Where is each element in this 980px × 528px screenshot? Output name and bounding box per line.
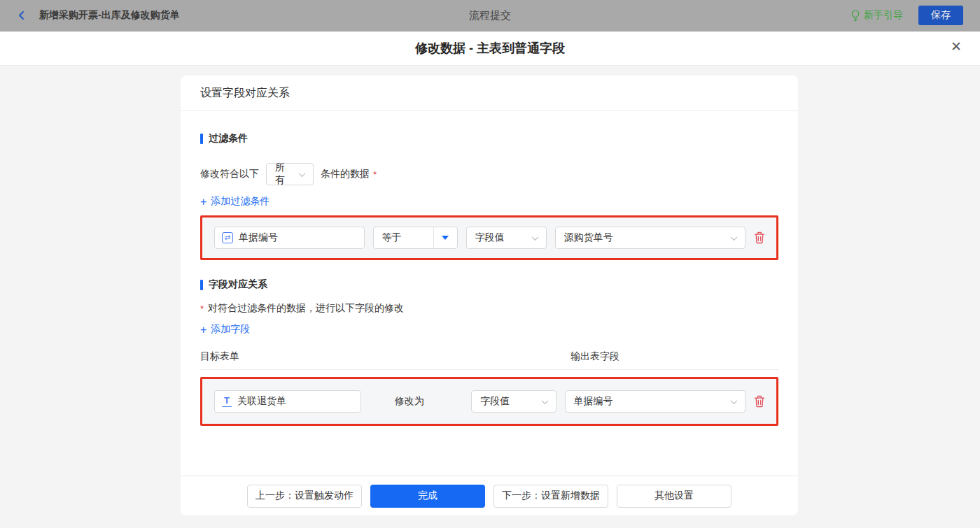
- delete-condition-button[interactable]: [754, 231, 765, 244]
- filter-match-row: 修改符合以下 所有 条件的数据 *: [200, 163, 778, 185]
- match-mode-value: 所有: [275, 162, 294, 187]
- plus-icon: +: [200, 196, 206, 208]
- delete-mapping-button[interactable]: [754, 395, 765, 408]
- chevron-down-icon: [531, 234, 538, 241]
- mapping-note-row: * 对符合过滤条件的数据，进行以下字段的修改: [200, 302, 778, 315]
- guide-label: 新手引导: [864, 9, 903, 22]
- chevron-down-icon: [299, 170, 306, 177]
- mapping-value-type-value: 字段值: [480, 395, 510, 408]
- filter-section-title: 过滤条件: [200, 132, 778, 145]
- modal-title: 修改数据 - 主表到普通字段: [415, 40, 565, 57]
- operator-select[interactable]: 等于: [373, 227, 458, 249]
- filter-condition-row: ⇄ 单据编号 等于 字段值 源购货单号: [202, 217, 776, 258]
- chevron-down-icon: [731, 397, 738, 404]
- chevron-left-icon: [17, 10, 27, 20]
- back-button[interactable]: [17, 10, 27, 20]
- card-header: 设置字段对应关系: [181, 76, 798, 111]
- required-mark: *: [200, 304, 204, 314]
- next-step-button[interactable]: 下一步：设置新增数据: [493, 485, 608, 508]
- caret-down-icon: [442, 236, 449, 240]
- card-content: 过滤条件 修改符合以下 所有 条件的数据 * + 添加过滤条件 ⇄: [181, 132, 798, 426]
- filter-section-label: 过滤条件: [209, 132, 248, 145]
- trash-icon: [754, 395, 765, 408]
- text-field-icon: T: [222, 396, 232, 407]
- topbar: 新增采购开票-出库及修改购货单 流程提交 新手引导 保存: [0, 0, 980, 31]
- trash-icon: [754, 231, 765, 244]
- beginner-guide-link[interactable]: 新手引导: [850, 9, 903, 22]
- target-form-column-header: 目标表单: [200, 350, 239, 363]
- value-type-select[interactable]: 字段值: [466, 227, 547, 249]
- plus-icon: +: [200, 324, 206, 336]
- chevron-down-icon: [541, 397, 548, 404]
- close-icon[interactable]: ✕: [951, 40, 962, 53]
- output-field-column-header: 输出表字段: [570, 350, 620, 363]
- prev-step-button[interactable]: 上一步：设置触发动作: [247, 485, 362, 508]
- mapping-value-select[interactable]: 单据编号: [565, 390, 746, 413]
- other-settings-button[interactable]: 其他设置: [617, 485, 732, 508]
- compare-value: 源购货单号: [564, 231, 613, 244]
- add-field-link[interactable]: + 添加字段: [200, 323, 250, 336]
- match-mode-select[interactable]: 所有: [266, 163, 314, 185]
- workflow-title: 新增采购开票-出库及修改购货单: [39, 9, 180, 22]
- mapping-value: 单据编号: [574, 395, 613, 408]
- mapping-section-label: 字段对应关系: [209, 278, 267, 291]
- mapping-row: T 关联退货单 修改为 字段值 单据编号: [202, 379, 776, 424]
- operator-dropdown-button[interactable]: [433, 227, 457, 248]
- mapping-value-type-select[interactable]: 字段值: [471, 390, 556, 413]
- compare-value-select[interactable]: 源购货单号: [555, 227, 746, 249]
- card-footer: 上一步：设置触发动作 完成 下一步：设置新增数据 其他设置: [181, 476, 798, 515]
- modify-to-label: 修改为: [395, 395, 428, 408]
- mapping-table-headers: 目标表单 输出表字段: [200, 348, 778, 370]
- add-field-label: 添加字段: [211, 323, 250, 336]
- chevron-down-icon: [731, 234, 738, 241]
- filter-condition-annotation-box: ⇄ 单据编号 等于 字段值 源购货单号: [200, 215, 778, 260]
- target-field-value: 关联退货单: [237, 395, 286, 408]
- mapping-note-text: 对符合过滤条件的数据，进行以下字段的修改: [208, 302, 404, 315]
- lightbulb-icon: [850, 10, 860, 22]
- operator-value: 等于: [374, 227, 433, 248]
- modal-header: 修改数据 - 主表到普通字段 ✕: [0, 31, 980, 66]
- filter-field-input[interactable]: ⇄ 单据编号: [214, 227, 365, 249]
- field-mapping-card: 设置字段对应关系 过滤条件 修改符合以下 所有 条件的数据 * + 添加过滤条件: [181, 76, 798, 515]
- match-prefix-label: 修改符合以下: [200, 168, 259, 180]
- mapping-section-title: 字段对应关系: [200, 278, 778, 291]
- mapping-row-annotation-box: T 关联退货单 修改为 字段值 单据编号: [200, 377, 778, 426]
- add-filter-condition-label: 添加过滤条件: [211, 195, 270, 208]
- filter-field-value: 单据编号: [239, 231, 278, 244]
- save-button[interactable]: 保存: [918, 6, 963, 25]
- value-type-value: 字段值: [475, 231, 505, 244]
- target-field-input[interactable]: T 关联退货单: [214, 390, 361, 413]
- serial-number-field-icon: ⇄: [222, 232, 233, 243]
- add-filter-condition-link[interactable]: + 添加过滤条件: [200, 195, 270, 208]
- section-accent-bar: [200, 280, 203, 290]
- modal-body: 设置字段对应关系 过滤条件 修改符合以下 所有 条件的数据 * + 添加过滤条件: [0, 66, 980, 528]
- required-mark: *: [373, 169, 377, 180]
- match-suffix-label: 条件的数据: [321, 168, 370, 180]
- section-accent-bar: [200, 134, 203, 144]
- done-button[interactable]: 完成: [370, 485, 485, 508]
